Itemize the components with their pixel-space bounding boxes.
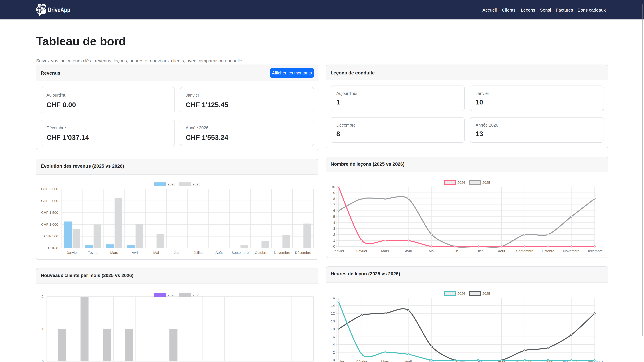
- svg-text:8: 8: [333, 327, 335, 331]
- svg-text:6: 6: [333, 209, 335, 212]
- svg-text:5: 5: [333, 215, 335, 219]
- svg-text:Avril: Avril: [132, 251, 138, 255]
- svg-text:Juillet: Juillet: [474, 249, 483, 253]
- svg-text:2026: 2026: [458, 181, 465, 184]
- svg-text:10: 10: [331, 319, 335, 323]
- svg-text:Juin: Juin: [174, 251, 180, 255]
- svg-text:2025: 2025: [192, 293, 200, 297]
- svg-text:Juillet: Juillet: [194, 251, 203, 255]
- svg-text:Mai: Mai: [153, 251, 159, 255]
- svg-text:3: 3: [333, 227, 335, 230]
- svg-text:2: 2: [333, 351, 335, 354]
- svg-text:Octobre: Octobre: [542, 249, 554, 253]
- svg-text:2026: 2026: [168, 293, 176, 297]
- svg-text:CHF 0: CHF 0: [48, 246, 58, 250]
- svg-text:12: 12: [331, 311, 335, 315]
- svg-text:Mars: Mars: [381, 360, 389, 362]
- svg-text:Février: Février: [356, 249, 367, 253]
- svg-text:7: 7: [333, 203, 335, 207]
- svg-text:4: 4: [333, 221, 335, 225]
- svg-text:Décembre: Décembre: [586, 249, 603, 253]
- svg-text:Octobre: Octobre: [255, 251, 268, 255]
- svg-text:2025: 2025: [192, 182, 200, 186]
- svg-text:2026: 2026: [168, 182, 176, 186]
- svg-text:Avril: Avril: [405, 360, 412, 362]
- svg-text:CHF 500: CHF 500: [44, 234, 58, 238]
- svg-text:Septembre: Septembre: [232, 251, 249, 255]
- svg-text:Mars: Mars: [381, 249, 389, 253]
- svg-text:4: 4: [333, 343, 335, 347]
- svg-text:Février: Février: [88, 251, 99, 255]
- svg-text:CHF 1 000: CHF 1 000: [41, 223, 58, 226]
- svg-text:9: 9: [333, 191, 335, 195]
- svg-text:Janvier: Janvier: [66, 251, 78, 255]
- svg-text:CHF 2 000: CHF 2 000: [41, 199, 58, 203]
- svg-text:Août: Août: [216, 251, 222, 255]
- svg-text:Mars: Mars: [110, 251, 118, 255]
- svg-text:Novembre: Novembre: [563, 249, 580, 253]
- svg-text:6: 6: [333, 335, 335, 339]
- svg-text:2026: 2026: [458, 292, 465, 296]
- svg-text:14: 14: [331, 304, 335, 308]
- svg-text:Février: Février: [356, 360, 367, 362]
- svg-text:8: 8: [333, 197, 335, 201]
- svg-text:Janvier: Janvier: [333, 360, 344, 362]
- svg-text:Mai: Mai: [429, 249, 434, 253]
- svg-text:2025: 2025: [482, 292, 490, 296]
- svg-text:2: 2: [333, 233, 335, 236]
- svg-text:2025: 2025: [482, 181, 490, 184]
- svg-text:1: 1: [42, 327, 44, 331]
- svg-text:CHF 2 500: CHF 2 500: [41, 187, 58, 191]
- svg-text:16: 16: [331, 296, 335, 300]
- svg-text:Décembre: Décembre: [295, 251, 311, 255]
- svg-text:0: 0: [333, 245, 335, 248]
- svg-text:2: 2: [42, 295, 44, 299]
- svg-text:10: 10: [331, 185, 335, 189]
- svg-text:Avril: Avril: [405, 249, 412, 253]
- svg-text:Juin: Juin: [452, 249, 458, 253]
- svg-text:Août: Août: [498, 249, 505, 253]
- svg-text:Novembre: Novembre: [274, 251, 290, 255]
- svg-text:CHF 1 500: CHF 1 500: [41, 211, 58, 214]
- svg-text:Janvier: Janvier: [333, 249, 344, 253]
- svg-text:0: 0: [42, 359, 44, 362]
- svg-text:1: 1: [333, 238, 335, 242]
- svg-text:Septembre: Septembre: [516, 249, 534, 253]
